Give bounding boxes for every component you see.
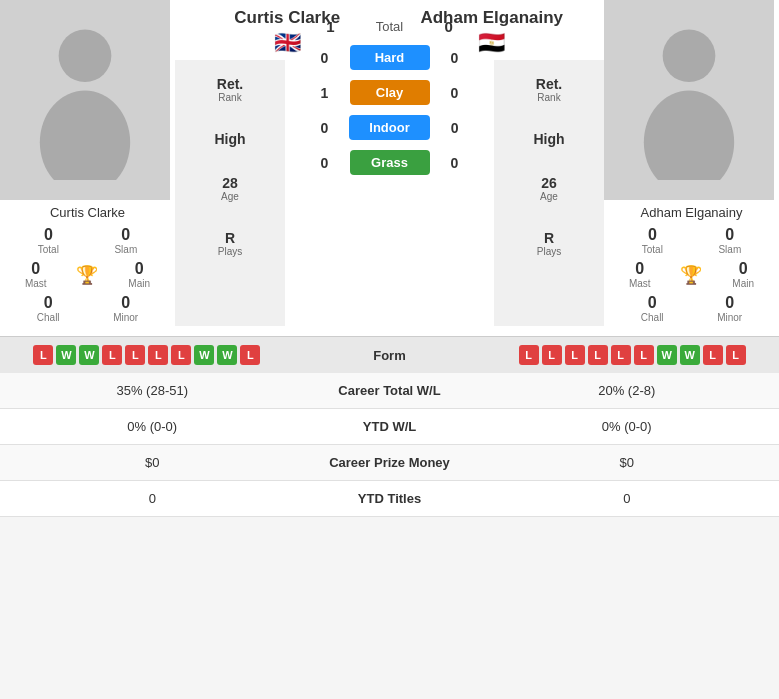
left-main-block: 0 Main [128,260,150,289]
stat-center-2: Career Prize Money [290,455,490,470]
stat-right-3: 0 [490,491,765,506]
surface-row: 1 Clay 0 [285,75,494,110]
left-rank-block: Ret. Rank [185,68,275,111]
surface-left-score: 0 [315,155,335,171]
left-plays-label: Plays [218,246,242,257]
stat-left-3: 0 [15,491,290,506]
surface-right-score: 0 [445,50,465,66]
right-plays-block: R Plays [504,222,594,265]
right-trophy-icon: 🏆 [680,264,702,286]
stat-right-1: 0% (0-0) [490,419,765,434]
right-age-block: 26 Age [504,167,594,210]
right-total-label: Total [642,244,663,255]
right-rank-block: Ret. Rank [504,68,594,111]
right-chall-value: 0 [648,294,657,312]
left-rank-value: Ret. [217,76,243,92]
left-stats-panel: Ret. Rank High 28 Age R Plays [175,60,285,326]
main-container: Curtis Clarke 🇬🇧 Adham Elganainy 🇪🇬 Curt… [0,0,779,517]
stat-left-1: 0% (0-0) [15,419,290,434]
right-minor-block: 0 Minor [717,294,742,323]
right-age-label: Age [540,191,558,202]
comparison-area: Curtis Clarke 🇬🇧 Adham Elganainy 🇪🇬 Curt… [0,0,779,326]
form-pill: W [56,345,76,365]
surface-row: 0 Hard 0 [285,40,494,75]
right-silhouette-icon [634,20,744,180]
center-col: 1 Total 0 0 Hard 0 1 Clay 0 0 Indoor 0 0… [285,0,494,326]
right-player-photo [604,0,774,200]
left-age-label: Age [221,191,239,202]
surface-left-score: 0 [314,120,334,136]
total-row: 1 Total 0 [285,8,494,40]
surface-right-score: 0 [445,85,465,101]
surface-badge: Grass [350,150,430,175]
left-high-block: High [185,123,275,155]
form-pill: L [542,345,562,365]
left-total-block: 0 Total [38,226,59,255]
surface-right-score: 0 [445,155,465,171]
bottom-stats: 35% (28-51) Career Total W/L 20% (2-8) 0… [0,373,779,517]
surface-badge: Clay [350,80,430,105]
left-chall-label: Chall [37,312,60,323]
right-player-col: Adham Elganainy 0 Total 0 Slam 0 Mast 🏆 [604,0,779,326]
surface-badge: Hard [350,45,430,70]
left-plays-value: R [225,230,235,246]
left-main-label: Main [128,278,150,289]
left-main-value: 0 [135,260,144,278]
stats-row: 0% (0-0) YTD W/L 0% (0-0) [0,409,779,445]
form-pill: L [703,345,723,365]
right-mast-value: 0 [635,260,644,278]
form-pill: L [171,345,191,365]
surface-row: 0 Indoor 0 [285,110,494,145]
left-high-value: High [214,131,245,147]
left-slam-label: Slam [114,244,137,255]
right-plays-label: Plays [537,246,561,257]
right-chall-minor-row: 0 Chall 0 Minor [604,291,779,326]
right-minor-value: 0 [725,294,734,312]
stat-center-3: YTD Titles [290,491,490,506]
form-section: LWWLLLLWWLFormLLLLLLWWLL [0,336,779,373]
right-form-pills: LLLLLLWWLL [519,345,769,365]
right-high-value: High [533,131,564,147]
form-pill: W [194,345,214,365]
form-pill: L [519,345,539,365]
svg-point-0 [59,29,112,82]
left-slam-value: 0 [121,226,130,244]
right-main-value: 0 [739,260,748,278]
left-silhouette-icon [30,20,140,180]
right-main-block: 0 Main [732,260,754,289]
stat-left-0: 35% (28-51) [15,383,290,398]
form-pill: L [634,345,654,365]
left-trophy-row: 0 Mast 🏆 0 Main [0,258,175,291]
right-mast-block: 0 Mast [629,260,651,289]
surface-left-score: 0 [315,50,335,66]
stat-right-2: $0 [490,455,765,470]
surface-row: 0 Grass 0 [285,145,494,180]
left-chall-minor-row: 0 Chall 0 Minor [0,291,175,326]
stat-right-0: 20% (2-8) [490,383,765,398]
form-pill: W [217,345,237,365]
left-total-center: 1 [326,18,334,35]
left-player-name: Curtis Clarke [0,205,175,220]
right-minor-label: Minor [717,312,742,323]
form-pill: L [588,345,608,365]
surface-rows: 0 Hard 0 1 Clay 0 0 Indoor 0 0 Grass 0 [285,40,494,180]
right-total-value: 0 [648,226,657,244]
left-minor-label: Minor [113,312,138,323]
right-player-name: Adham Elganainy [604,205,779,220]
right-total-center: 0 [445,18,453,35]
left-minor-block: 0 Minor [113,294,138,323]
left-slam-block: 0 Slam [114,226,137,255]
right-slam-label: Slam [718,244,741,255]
right-age-value: 26 [541,175,557,191]
left-mast-value: 0 [31,260,40,278]
svg-point-1 [40,91,130,180]
form-pill: L [726,345,746,365]
left-chall-value: 0 [44,294,53,312]
right-mast-label: Mast [629,278,651,289]
surface-left-score: 1 [315,85,335,101]
left-plays-block: R Plays [185,222,275,265]
right-stats-panel: Ret. Rank High 26 Age R Plays [494,60,604,326]
right-slam-value: 0 [725,226,734,244]
stat-center-0: Career Total W/L [290,383,490,398]
total-label: Total [355,19,425,34]
